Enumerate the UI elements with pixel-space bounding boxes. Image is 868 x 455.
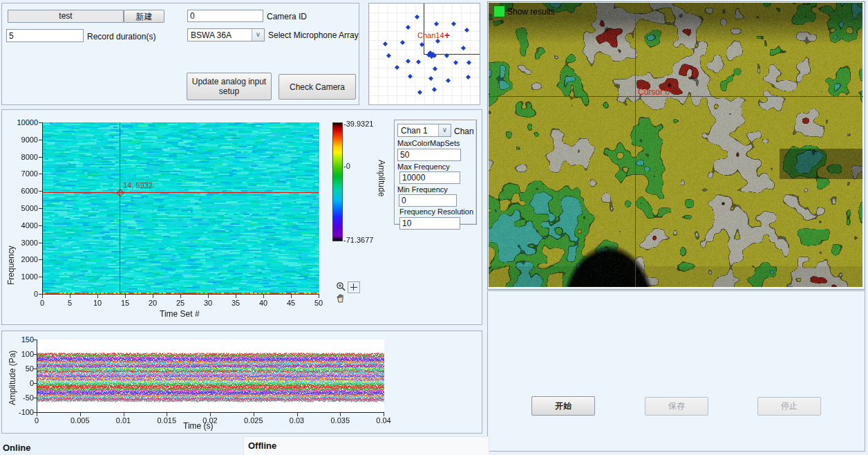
min-frequency-input[interactable] [399, 194, 457, 207]
spectrogram-cursor-hline[interactable] [42, 192, 319, 193]
mic-dot [416, 59, 421, 64]
x-tick-label: 0.005 [63, 416, 97, 425]
mic-dot [415, 15, 419, 19]
camera-cursor-label: Cursor 0 [638, 87, 670, 97]
x-tick-mark [291, 295, 292, 298]
y-tick-label: 50 [2, 364, 34, 373]
acoustic-camera-app-window: test 新建 Record duration(s) Camera ID BSW… [0, 0, 868, 455]
y-tick-label: 5000 [6, 204, 38, 212]
mic-dot [435, 39, 440, 44]
camera-image[interactable] [489, 3, 862, 287]
mic-dot [432, 87, 437, 92]
y-tick-label: -100 [2, 408, 34, 416]
x-tick-label: 0.015 [149, 416, 184, 425]
x-tick-mark [42, 295, 43, 298]
y-tick-label: 10000 [6, 118, 38, 127]
camera-cursor-vline[interactable] [635, 3, 636, 287]
cursor-tool-icon[interactable] [348, 281, 360, 293]
y-tick-label: 4000 [6, 221, 38, 230]
x-tick-label: 50 [301, 299, 336, 307]
colorbar[interactable] [332, 122, 343, 241]
mic-dot [444, 53, 449, 58]
mic-dot [417, 90, 422, 95]
mic-dot [400, 40, 405, 45]
camera-cursor-hline[interactable] [489, 96, 863, 97]
update-analog-input-button[interactable]: Update analog input setup [187, 73, 272, 100]
mic-dot [408, 74, 413, 79]
offline-status-label: Offline [248, 440, 276, 451]
colorbar-max-label: -39.9321 [343, 120, 373, 128]
y-tick-label: -50 [2, 393, 34, 402]
waveform-ylabel: Amplitude (Pa) [8, 351, 17, 405]
start-button[interactable]: 开始 [531, 396, 595, 416]
x-tick-label: 0.025 [236, 416, 271, 425]
mic-dot [434, 21, 439, 26]
mic-dot [453, 60, 458, 65]
record-duration-label: Record duration(s) [87, 32, 155, 41]
y-tick-mark [33, 398, 37, 398]
y-tick-label: 9000 [6, 136, 38, 144]
mic-array-plot[interactable]: Chan14 + [368, 3, 480, 105]
min-frequency-label: Min Frequency [397, 185, 448, 194]
mic-cursor-cross-icon[interactable]: + [444, 30, 450, 41]
channel-select-label: Chan [454, 127, 474, 136]
camera-id-input[interactable] [187, 10, 263, 22]
mic-dot [428, 76, 433, 81]
x-tick-label: 0.03 [280, 416, 314, 425]
x-tick-mark [70, 295, 70, 298]
spectrogram-xlabel: Time Set # [160, 309, 200, 319]
x-tick-label: 0 [19, 416, 54, 425]
mic-array-label: Select Microphone Array [268, 30, 359, 40]
offline-status-bar: Offline [243, 436, 489, 455]
y-tick-label: 0 [6, 290, 38, 298]
mic-dot [406, 59, 411, 64]
mic-dot [386, 53, 391, 58]
y-tick-mark [39, 140, 42, 140]
stop-button[interactable]: 停止 [757, 397, 821, 416]
spectrogram-plot[interactable] [42, 122, 319, 295]
check-camera-button[interactable]: Check Camera [279, 74, 356, 100]
x-tick-label: 0.035 [323, 416, 357, 425]
save-button[interactable]: 保存 [645, 397, 708, 416]
y-tick-mark [33, 369, 37, 369]
test-name-combo[interactable]: test [8, 10, 124, 23]
chevron-down-icon[interactable]: ∨ [252, 29, 264, 41]
y-tick-mark [39, 122, 42, 123]
new-button[interactable]: 新建 [124, 10, 164, 23]
channel-select-value: Chan 1 [401, 126, 428, 136]
y-tick-mark [33, 340, 37, 340]
y-tick-mark [33, 383, 37, 384]
mic-dot [433, 66, 437, 71]
show-results-label: Show results [507, 7, 555, 17]
x-tick-label: 0.04 [366, 416, 401, 425]
run-control-panel: 开始 保存 停止 [487, 290, 865, 452]
mic-dot [419, 42, 424, 47]
spectrogram-ylabel: Frequency [6, 245, 16, 285]
y-tick-label: 150 [2, 335, 34, 344]
y-tick-mark [39, 259, 42, 260]
pan-hand-icon[interactable] [335, 293, 346, 304]
y-tick-label: 7000 [6, 169, 38, 178]
y-tick-label: 100 [2, 350, 34, 358]
show-results-led[interactable] [493, 6, 505, 17]
y-tick-mark [39, 277, 42, 277]
x-tick-label: 0.01 [106, 416, 141, 425]
spectrogram-cursor-vline[interactable] [120, 122, 120, 294]
frequency-resolution-input[interactable] [399, 217, 460, 230]
acquisition-settings-panel: test 新建 Record duration(s) Camera ID BSW… [1, 3, 359, 105]
record-duration-input[interactable] [6, 29, 84, 42]
waveform-xlabel: Time (s) [183, 421, 214, 431]
mic-dot [466, 75, 471, 80]
mic-array-value: BSWA 36A [191, 30, 232, 40]
x-tick-mark [153, 295, 153, 298]
mic-array-select[interactable]: BSWA 36A ∨ [187, 28, 265, 41]
test-name-value: test [59, 11, 72, 21]
waveform-plot[interactable] [37, 340, 384, 413]
channel-select[interactable]: Chan 1 ∨ [397, 124, 451, 137]
max-frequency-input[interactable] [399, 171, 460, 184]
y-tick-label: 8000 [6, 153, 38, 161]
maxcolormapsets-input[interactable] [397, 149, 461, 161]
zoom-tool-icon[interactable] [335, 281, 346, 292]
y-tick-label: 6000 [6, 187, 38, 195]
chevron-down-icon[interactable]: ∨ [438, 124, 451, 136]
